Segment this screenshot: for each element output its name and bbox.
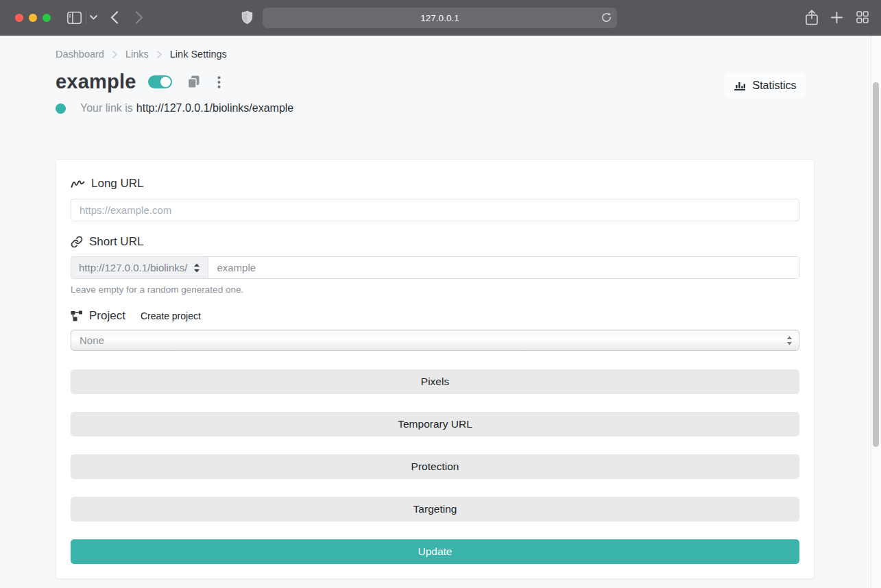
project-select[interactable]: None	[71, 330, 799, 351]
short-url-domain-value: http://127.0.0.1/biolinks/	[79, 262, 187, 273]
select-updown-arrows-icon	[786, 336, 793, 345]
project-select-value: None	[80, 334, 104, 346]
sidebar-chevron-down-icon[interactable]	[90, 15, 97, 20]
breadcrumb-link-settings: Link Settings	[170, 49, 227, 60]
address-bar[interactable]: 127.0.0.1	[263, 8, 617, 28]
breadcrumb-links[interactable]: Links	[125, 49, 149, 60]
scrollbar-track[interactable]	[871, 36, 881, 588]
breadcrumb-chevron-icon	[112, 51, 117, 58]
toolbar-divider	[86, 12, 86, 24]
scrollbar-thumb[interactable]	[873, 82, 879, 447]
window-controls	[15, 14, 51, 22]
breadcrumb-dashboard[interactable]: Dashboard	[56, 49, 104, 60]
short-url-label-row: Short URL	[71, 235, 799, 249]
short-url-input[interactable]	[208, 257, 799, 278]
share-icon[interactable]	[806, 10, 818, 25]
long-url-label-row: Long URL	[71, 177, 799, 191]
link-icon	[71, 236, 83, 248]
project-label: Project	[89, 309, 125, 323]
project-label-row: Project Create project	[71, 309, 799, 323]
breadcrumb-chevron-icon	[157, 51, 162, 58]
bar-chart-icon	[734, 80, 746, 91]
browser-toolbar: 127.0.0.1	[0, 0, 881, 36]
link-status-label: Your link is	[80, 102, 133, 114]
squiggle-icon	[71, 179, 85, 189]
short-url-group: http://127.0.0.1/biolinks/	[71, 256, 799, 279]
targeting-section-button[interactable]: Targeting	[71, 497, 799, 522]
back-icon[interactable]	[110, 11, 119, 24]
create-project-link[interactable]: Create project	[141, 310, 201, 321]
project-icon	[71, 310, 83, 321]
select-updown-arrows-icon	[193, 263, 200, 273]
link-status-row: Your link is http://127.0.0.1/biolinks/e…	[56, 102, 293, 114]
short-url-label: Short URL	[89, 235, 143, 249]
protection-section-button[interactable]: Protection	[71, 454, 799, 479]
copy-link-icon[interactable]	[188, 75, 200, 88]
page-header: example	[56, 71, 221, 93]
temporary-url-section-button[interactable]: Temporary URL	[71, 412, 799, 437]
toggle-knob	[160, 77, 171, 87]
reload-icon[interactable]	[601, 12, 612, 25]
link-settings-card: Long URL Short URL http://127.0.0.1/biol…	[56, 159, 814, 579]
privacy-shield-icon[interactable]	[241, 10, 253, 25]
breadcrumb: Dashboard Links Link Settings	[56, 49, 227, 60]
page-title: example	[56, 71, 136, 93]
public-link-url[interactable]: http://127.0.0.1/biolinks/example	[136, 102, 293, 114]
long-url-label: Long URL	[91, 177, 144, 191]
minimize-window-button[interactable]	[29, 14, 37, 22]
new-tab-plus-icon[interactable]	[831, 12, 843, 23]
close-window-button[interactable]	[15, 14, 23, 22]
tab-overview-grid-icon[interactable]	[856, 11, 869, 23]
statistics-button[interactable]: Statistics	[725, 73, 806, 98]
status-dot	[56, 103, 66, 114]
sidebar-toggle-icon[interactable]	[67, 12, 82, 24]
link-enabled-toggle[interactable]	[148, 75, 172, 88]
statistics-button-label: Statistics	[752, 79, 796, 92]
long-url-input[interactable]	[71, 199, 799, 221]
pixels-section-button[interactable]: Pixels	[71, 369, 799, 394]
forward-icon[interactable]	[135, 11, 143, 24]
short-url-help-text: Leave empty for a random generated one.	[71, 284, 799, 295]
update-button[interactable]: Update	[71, 539, 799, 564]
zoom-window-button[interactable]	[43, 14, 51, 22]
short-url-domain-select[interactable]: http://127.0.0.1/biolinks/	[71, 257, 208, 278]
more-options-icon[interactable]	[217, 76, 221, 88]
address-bar-url: 127.0.0.1	[420, 13, 459, 23]
